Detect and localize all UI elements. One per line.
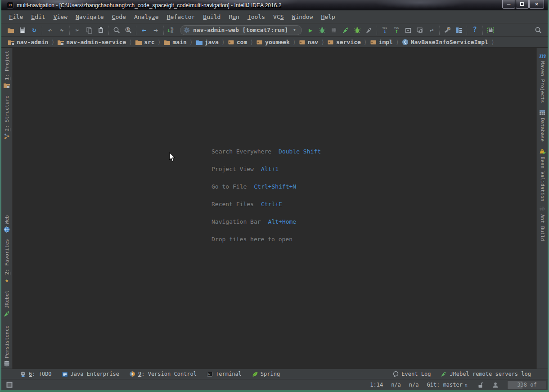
run-configuration-selector[interactable]: nav-admin-web [tomcat7:run]▼ <box>180 25 302 35</box>
java-folder-icon <box>196 39 202 45</box>
tool-button-vcs[interactable]: 9: Version Control <box>124 371 202 377</box>
breadcrumb-chevron-icon: ⟩ <box>221 39 225 45</box>
minimize-icon: ─ <box>507 1 511 7</box>
shelve-button[interactable] <box>402 25 414 36</box>
shortcut-hint-label: Recent Files <box>212 201 254 207</box>
jrebel-run-button[interactable] <box>340 25 351 36</box>
breadcrumb-com[interactable]: com <box>228 39 247 45</box>
find-button[interactable] <box>111 25 122 36</box>
vcs-icon <box>129 371 135 377</box>
paste-button[interactable] <box>95 25 107 36</box>
jrebel-attach-button[interactable] <box>363 25 375 36</box>
ant-icon <box>539 205 546 212</box>
tool-button-persistence[interactable]: Persistence <box>1 325 12 367</box>
breadcrumb-chevron-icon: ⟩ <box>292 39 296 45</box>
search-everywhere-button[interactable] <box>532 25 544 36</box>
project-structure-button[interactable] <box>453 25 465 36</box>
menu-code[interactable]: Code <box>108 12 130 22</box>
tool-button-web[interactable]: Web <box>1 215 12 233</box>
caret-position-widget[interactable]: 1:14 <box>370 382 383 388</box>
cut-button[interactable]: ✂ <box>72 25 83 36</box>
editor-area[interactable]: Search EverywhereDouble ShiftProject Vie… <box>13 48 536 369</box>
save-button[interactable] <box>17 25 28 36</box>
menu-tools[interactable]: Tools <box>243 12 269 22</box>
close-button[interactable]: × <box>529 0 544 9</box>
menu-edit[interactable]: Edit <box>27 12 49 22</box>
menu-file[interactable]: File <box>5 12 27 22</box>
redo-button[interactable]: ↷ <box>56 25 68 36</box>
tool-button-database[interactable]: Database <box>537 109 548 142</box>
forward-button[interactable]: → <box>150 25 162 36</box>
back-button[interactable]: ← <box>138 25 150 36</box>
menu-run[interactable]: Run <box>225 12 243 22</box>
breadcrumb-impl[interactable]: impl <box>370 39 393 45</box>
menu-view[interactable]: View <box>50 12 72 22</box>
shortcut-hint-label: Drop files here to open <box>212 236 292 243</box>
tool-button-maven[interactable]: mMaven Projects <box>537 52 548 103</box>
forward-icon: → <box>152 27 159 34</box>
toolbar-separator <box>108 26 109 35</box>
shortcut-hint: Navigation BarAlt+Home <box>212 213 321 230</box>
menu-vcs[interactable]: VCS <box>269 12 288 22</box>
tool-button-project[interactable]: 1: Project <box>1 50 12 89</box>
tool-button-jrebel-small[interactable]: JRebel remote servers log <box>436 371 536 377</box>
breadcrumb-navbaseinfoserviceimpl[interactable]: CNavBaseInfoServiceImpl <box>402 39 488 45</box>
breadcrumb-main[interactable]: main <box>163 39 186 45</box>
help-icon: ? <box>471 27 478 34</box>
menu-refactor[interactable]: Refactor <box>163 12 199 22</box>
tool-button-todo[interactable]: 6: TODO <box>15 371 57 377</box>
breadcrumb-nav[interactable]: nav <box>299 39 318 45</box>
replace-button[interactable]: R <box>122 25 134 36</box>
indicator-1: n/a <box>391 382 401 388</box>
vcs-commit-button[interactable]: VCS↑ <box>391 25 402 36</box>
tool-button-event-log[interactable]: Event Log <box>387 371 436 377</box>
menu-build[interactable]: Build <box>199 12 225 22</box>
lock-open-icon[interactable] <box>477 381 484 388</box>
debug-button[interactable] <box>316 25 328 36</box>
minimize-button[interactable]: ─ <box>502 0 515 9</box>
undo-icon: ↶ <box>46 27 54 34</box>
sort-button[interactable]: ↓01 10 01 <box>166 25 177 36</box>
vcs-update-button[interactable]: VCS↓ <box>379 25 391 36</box>
tool-button-bean[interactable]: Bean Validation <box>537 148 548 201</box>
breadcrumb-youmeek[interactable]: youmeek <box>256 39 290 45</box>
inspection-profile-icon[interactable] <box>492 381 499 388</box>
memory-indicator[interactable]: 338 of 1216M <box>507 380 547 390</box>
tool-button-ant[interactable]: Ant Build <box>537 205 548 241</box>
run-button[interactable]: ▶ <box>305 25 316 36</box>
tool-button-structure[interactable]: 2: Structure <box>1 95 12 140</box>
breadcrumb-src[interactable]: src <box>135 39 154 45</box>
close-icon: × <box>535 1 538 7</box>
tool-button-spring[interactable]: Spring <box>247 371 285 377</box>
breadcrumb-java[interactable]: java <box>196 39 219 45</box>
jrebel-save-button[interactable] <box>485 25 496 36</box>
help-button[interactable]: ? <box>469 25 481 36</box>
breadcrumb-chevron-icon: ⟩ <box>129 39 132 45</box>
menu-navigate[interactable]: Navigate <box>72 12 108 22</box>
menu-analyze[interactable]: Analyze <box>130 12 163 22</box>
tool-button-jrebel[interactable]: JRebel <box>1 290 12 317</box>
history-button[interactable] <box>414 25 426 36</box>
restore-button[interactable] <box>516 0 529 9</box>
folder-icon <box>163 39 170 45</box>
open-button[interactable] <box>5 25 17 36</box>
toolwindow-toggle-icon[interactable] <box>6 381 13 388</box>
menu-help[interactable]: Help <box>317 12 339 22</box>
settings-button[interactable] <box>441 25 453 36</box>
undo-button[interactable]: ↶ <box>44 25 56 36</box>
rollback-button[interactable]: ↩ <box>426 25 437 36</box>
copy-button[interactable] <box>83 25 95 36</box>
breadcrumb-service[interactable]: service <box>327 39 361 45</box>
toolbar-separator <box>69 26 70 35</box>
breadcrumb-nav-admin[interactable]: nav-admin <box>8 39 48 45</box>
breadcrumb-nav-admin-service[interactable]: nav-admin-service <box>57 39 126 45</box>
tool-button-favorites[interactable]: 2: Favorites★ <box>1 239 12 284</box>
menu-window[interactable]: Window <box>288 12 317 22</box>
tool-button-javaee[interactable]: Java Enterprise <box>57 371 124 377</box>
git-branch-widget[interactable]: Git: master ⇅ <box>427 381 468 388</box>
sync-button[interactable]: ↻ <box>28 25 40 36</box>
breadcrumb-label: com <box>237 39 247 45</box>
coverage-button[interactable] <box>328 25 340 36</box>
tool-button-terminal[interactable]: >_Terminal <box>202 371 247 377</box>
jrebel-debug-button[interactable] <box>351 25 363 36</box>
